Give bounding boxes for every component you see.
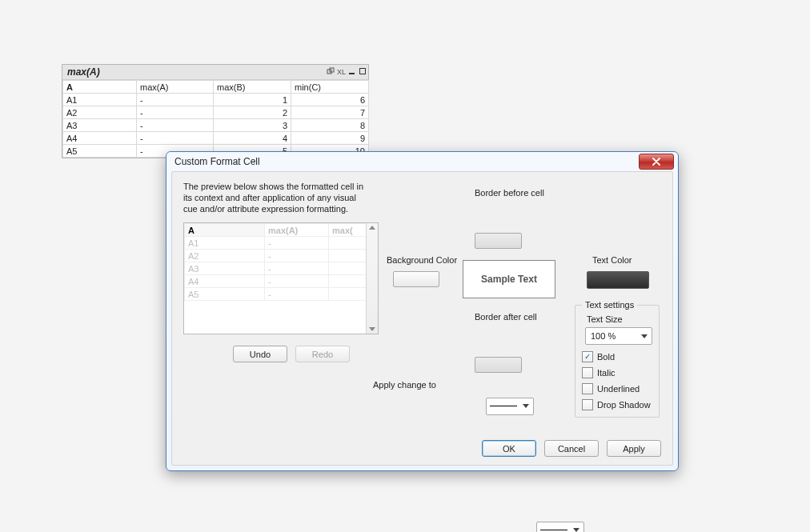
cell[interactable]: 8 (291, 119, 369, 132)
cell[interactable]: A4 (63, 132, 137, 145)
preview-col-header: max( (329, 224, 367, 237)
preview-row: A3- (185, 262, 367, 275)
text-color-label: Text Color (592, 255, 632, 265)
border-after-style-dropdown[interactable] (536, 522, 584, 532)
description-text: The preview below shows the formatted ce… (183, 182, 367, 214)
cell[interactable]: A2 (63, 106, 137, 119)
cell[interactable]: 9 (291, 132, 369, 145)
cancel-button[interactable]: Cancel (544, 440, 599, 457)
close-button[interactable] (639, 154, 674, 170)
dropshadow-checkbox-row[interactable]: Drop Shadow (582, 399, 652, 410)
italic-checkbox-row[interactable]: Italic (582, 367, 652, 378)
preview-row: A2- (185, 250, 367, 262)
xl-icon[interactable]: XL (337, 68, 346, 76)
table-header-row[interactable]: A max(A) max(B) min(C) (63, 81, 369, 94)
italic-label: Italic (597, 368, 616, 378)
ok-button[interactable]: OK (482, 440, 536, 457)
cell[interactable]: - (137, 106, 214, 119)
col-header[interactable]: A (63, 81, 137, 94)
underlined-checkbox-row[interactable]: Underlined (582, 383, 652, 394)
border-after-color-button[interactable] (475, 357, 522, 373)
preview-col-header: max(A) (265, 224, 329, 237)
minimize-icon[interactable] (348, 67, 356, 77)
undo-button[interactable]: Undo (233, 346, 287, 362)
preview-table: A max(A) max( A1- A2- A3- A4- A5- (184, 223, 367, 301)
chevron-down-icon (520, 400, 531, 413)
cell[interactable]: 6 (291, 94, 369, 106)
cell[interactable]: 1 (214, 94, 291, 106)
cell[interactable]: - (137, 132, 214, 145)
custom-format-cell-dialog: Custom Format Cell The preview below sho… (166, 151, 679, 471)
bold-checkbox-row[interactable]: ✓ Bold (582, 351, 652, 362)
spreadsheet-titlebar: max(A) XL (62, 65, 368, 80)
text-settings-legend: Text settings (582, 300, 637, 310)
text-size-value: 100 % (586, 331, 630, 341)
svg-rect-3 (360, 69, 366, 74)
dialog-title: Custom Format Cell (174, 156, 260, 167)
preview-row: A5- (185, 288, 367, 301)
table-row[interactable]: A4-49 (63, 132, 369, 145)
cell[interactable]: 4 (214, 132, 291, 145)
redo-button[interactable]: Redo (295, 346, 350, 362)
col-header[interactable]: min(C) (291, 81, 369, 94)
border-after-label: Border after cell (475, 312, 537, 322)
cell[interactable]: 3 (214, 119, 291, 132)
chevron-down-icon (639, 330, 650, 342)
preview-row: A4- (185, 275, 367, 288)
cell[interactable]: A3 (63, 119, 137, 132)
bold-checkbox[interactable]: ✓ (582, 351, 593, 362)
sample-text: Sample Text (481, 274, 537, 285)
col-header[interactable]: max(A) (137, 81, 214, 94)
cell[interactable]: 2 (214, 106, 291, 119)
chevron-down-icon (571, 524, 582, 532)
underlined-label: Underlined (597, 384, 640, 394)
table-row[interactable]: A1-16 (63, 94, 369, 106)
dialog-body: The preview below shows the formatted ce… (171, 171, 673, 466)
text-size-dropdown[interactable]: 100 % (585, 327, 652, 345)
cell[interactable]: 7 (291, 106, 369, 119)
dialog-titlebar[interactable]: Custom Format Cell (166, 152, 678, 171)
table-body: A1-16 A2-27 A3-38 A4-49 A5-510 (63, 94, 369, 158)
bold-label: Bold (597, 352, 615, 362)
italic-checkbox[interactable] (582, 367, 593, 378)
text-color-button[interactable] (587, 271, 649, 289)
spreadsheet-window: max(A) XL A max(A) max(B) min(C) A1-1 (62, 64, 369, 158)
line-sample-icon (490, 406, 517, 406)
cell[interactable]: A5 (63, 145, 137, 158)
table-row[interactable]: A3-38 (63, 119, 369, 132)
maximize-icon[interactable] (359, 67, 367, 77)
detach-icon[interactable] (327, 67, 335, 77)
spreadsheet-title: max(A) (67, 66, 100, 78)
cell[interactable]: A1 (63, 94, 137, 106)
col-header[interactable]: max(B) (214, 81, 291, 94)
cell[interactable]: - (137, 94, 214, 106)
preview-scrollbar[interactable] (366, 223, 378, 334)
line-sample-icon (540, 530, 567, 530)
text-size-label: Text Size (587, 314, 652, 324)
border-before-color-button[interactable] (475, 233, 522, 249)
dropshadow-checkbox[interactable] (582, 399, 593, 410)
preview-row: A1- (185, 237, 367, 250)
spreadsheet-table[interactable]: A max(A) max(B) min(C) A1-16 A2-27 A3-38… (62, 80, 369, 158)
border-before-label: Border before cell (475, 188, 544, 198)
background-color-label: Background Color (387, 255, 457, 265)
apply-button[interactable]: Apply (607, 440, 661, 457)
dropshadow-label: Drop Shadow (597, 400, 651, 410)
cell[interactable]: - (137, 119, 214, 132)
sample-text-preview: Sample Text (463, 260, 555, 298)
preview-col-header: A (185, 224, 265, 237)
border-before-style-dropdown[interactable] (486, 398, 534, 415)
apply-change-label: Apply change to (373, 380, 436, 390)
underlined-checkbox[interactable] (582, 383, 593, 394)
background-color-button[interactable] (393, 271, 439, 287)
table-row[interactable]: A2-27 (63, 106, 369, 119)
preview-pane: A max(A) max( A1- A2- A3- A4- A5- (183, 222, 379, 334)
text-settings-group: Text settings Text Size 100 % ✓ Bold Ita… (575, 300, 660, 418)
